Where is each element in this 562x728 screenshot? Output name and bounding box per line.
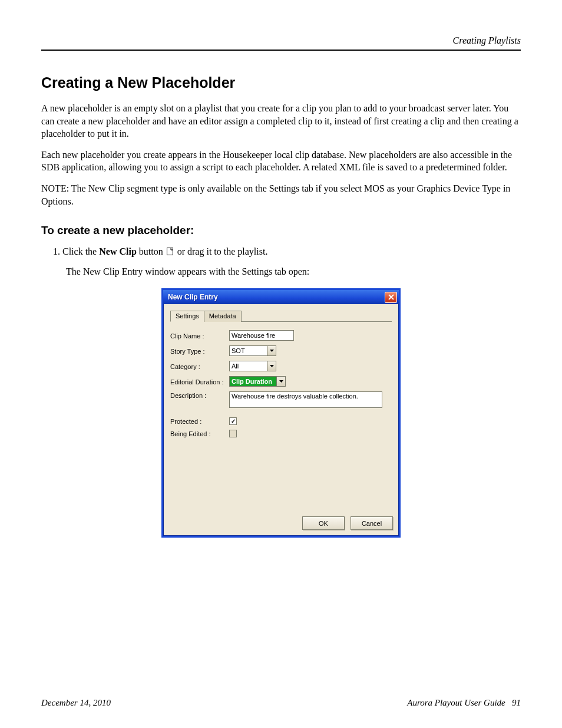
label-description: Description :: [170, 391, 229, 399]
label-clip-name: Clip Name :: [170, 332, 229, 340]
procedure-heading: To create a new placeholder:: [41, 224, 521, 237]
footer-date: December 14, 2010: [41, 698, 111, 708]
label-story-type: Story Type :: [170, 347, 229, 355]
footer-product: Aurora Playout User Guide: [407, 698, 505, 707]
new-clip-entry-dialog: New Clip Entry Settings Metadata Clip Na…: [161, 288, 401, 538]
step-1-post: button: [137, 246, 166, 256]
tab-metadata[interactable]: Metadata: [204, 311, 242, 322]
footer-page: 91: [512, 698, 521, 707]
editorial-duration-value[interactable]: [229, 376, 276, 387]
chevron-down-icon[interactable]: [276, 376, 286, 387]
step-2: The New Clip Entry window appears with t…: [66, 265, 521, 278]
category-select[interactable]: [229, 361, 276, 371]
section-heading: Creating a New Placeholder: [41, 74, 521, 91]
new-clip-icon: [166, 246, 174, 259]
story-type-select[interactable]: [229, 345, 276, 356]
intro-paragraph-1: A new placeholder is an empty slot on a …: [41, 102, 521, 140]
chevron-down-icon[interactable]: [267, 361, 276, 371]
being-edited-checkbox: [229, 430, 237, 437]
step-1: 1. Click the New Clip button or drag it …: [53, 245, 521, 259]
check-icon: ✓: [231, 419, 236, 424]
close-icon[interactable]: [385, 292, 397, 303]
intro-paragraph-2: Each new placeholder you create appears …: [41, 149, 521, 174]
protected-checkbox[interactable]: ✓: [229, 417, 237, 425]
cancel-button[interactable]: Cancel: [351, 516, 393, 530]
header-rule: [41, 50, 521, 51]
dialog-title: New Clip Entry: [168, 293, 218, 301]
editorial-duration-select[interactable]: [229, 376, 286, 387]
dialog-tabs: Settings Metadata: [170, 310, 392, 322]
step-1-tail: or drag it to the playlist.: [177, 246, 268, 256]
category-value[interactable]: [229, 361, 267, 371]
running-header: Creating Playlists: [41, 35, 521, 46]
step-1-bold: New Clip: [99, 246, 137, 256]
story-type-value[interactable]: [229, 345, 267, 356]
label-protected: Protected :: [170, 417, 229, 425]
page-footer: December 14, 2010 Aurora Playout User Gu…: [41, 698, 521, 708]
dialog-titlebar: New Clip Entry: [163, 290, 399, 304]
label-category: Category :: [170, 363, 229, 370]
note-paragraph: NOTE: The New Clip segment type is only …: [41, 182, 521, 207]
tab-settings[interactable]: Settings: [170, 311, 204, 322]
label-editorial-duration: Editorial Duration :: [170, 378, 229, 386]
chevron-down-icon[interactable]: [267, 345, 276, 356]
svg-rect-0: [167, 248, 173, 255]
clip-name-input[interactable]: [229, 330, 294, 341]
ok-button[interactable]: OK: [302, 516, 345, 530]
step-1-pre: 1. Click the: [53, 246, 99, 256]
label-being-edited: Being Edited :: [170, 430, 229, 437]
description-input[interactable]: Warehouse fire destroys valuable collect…: [229, 391, 382, 408]
